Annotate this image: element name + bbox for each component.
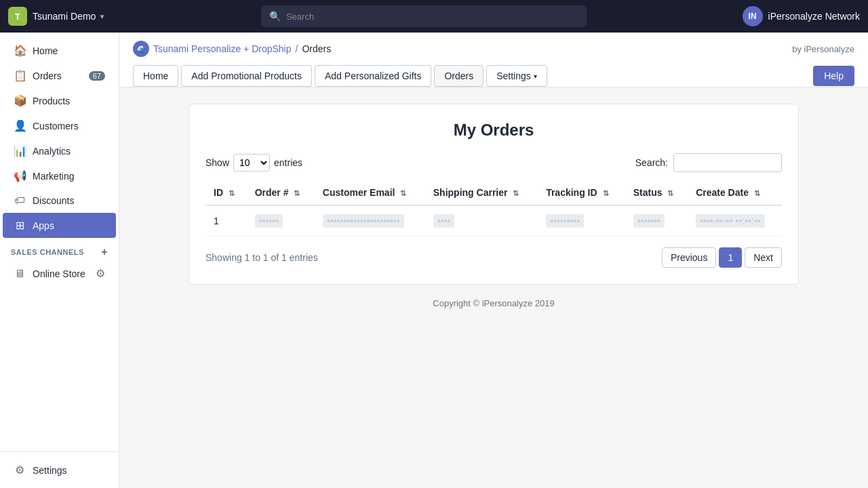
settings-nav-label: Settings xyxy=(496,70,531,81)
search-icon: 🔍 xyxy=(269,11,281,22)
sales-channels-section: SALES CHANNELS + xyxy=(0,238,119,261)
sort-status-icon: ⇅ xyxy=(667,189,673,197)
products-icon: 📦 xyxy=(14,94,26,107)
sort-email-icon: ⇅ xyxy=(400,189,406,197)
sidebar-bottom: ⚙ Settings xyxy=(0,451,119,488)
orders-card: My Orders Show 10 25 50 100 entries Sea xyxy=(189,104,799,285)
nav-add-promotional-button[interactable]: Add Promotional Products xyxy=(181,65,312,87)
sidebar-label-marketing: Marketing xyxy=(33,171,74,182)
sidebar-item-products[interactable]: 📦 Products xyxy=(3,88,116,113)
col-status[interactable]: Status ⇅ xyxy=(625,180,688,205)
by-label: by iPersonalyze xyxy=(792,44,854,54)
search-bar[interactable]: 🔍 xyxy=(261,5,587,27)
col-id[interactable]: ID ⇅ xyxy=(205,180,247,205)
sales-channels-label: SALES CHANNELS xyxy=(11,248,84,256)
orders-icon: 📋 xyxy=(14,69,26,82)
customers-icon: 👤 xyxy=(14,119,26,132)
sidebar-label-analytics: Analytics xyxy=(33,146,71,157)
orders-table: ID ⇅ Order # ⇅ Customer Email ⇅ xyxy=(205,180,782,237)
previous-button[interactable]: Previous xyxy=(662,247,716,268)
sidebar-item-marketing[interactable]: 📢 Marketing xyxy=(3,163,116,188)
page-1-button[interactable]: 1 xyxy=(719,247,742,268)
nav-home-button[interactable]: Home xyxy=(133,65,178,87)
main-content: 🌊 Tsunami Personalize + DropShip / Order… xyxy=(119,33,868,488)
settings-dropdown-icon: ▾ xyxy=(534,73,537,80)
sort-date-icon: ⇅ xyxy=(754,189,760,197)
avatar: IN xyxy=(743,6,763,26)
sidebar-label-settings: Settings xyxy=(33,465,67,476)
sidebar-item-customers[interactable]: 👤 Customers xyxy=(3,113,116,138)
entries-label: entries xyxy=(274,157,302,168)
breadcrumb-app-name: Tsunami Personalize + DropShip xyxy=(153,43,292,54)
discounts-icon: 🏷 xyxy=(14,195,26,207)
analytics-icon: 📊 xyxy=(14,144,26,157)
cell-date: ••••-••-•• ••:••:•• xyxy=(688,205,782,237)
breadcrumb-separator: / xyxy=(296,43,298,54)
sidebar-item-settings[interactable]: ⚙ Settings xyxy=(3,458,116,483)
sidebar-item-home[interactable]: 🏠 Home xyxy=(3,38,116,63)
sidebar-label-online-store: Online Store xyxy=(33,268,85,279)
home-icon: 🏠 xyxy=(14,44,26,57)
copyright: Copyright © iPersonalyze 2019 xyxy=(136,285,852,322)
app-nav: Home Add Promotional Products Add Person… xyxy=(133,65,547,87)
breadcrumb: 🌊 Tsunami Personalize + DropShip / Order… xyxy=(133,41,331,57)
help-button[interactable]: Help xyxy=(813,66,854,86)
sidebar-label-discounts: Discounts xyxy=(33,195,74,206)
apps-icon: ⊞ xyxy=(14,219,26,232)
sort-order-icon: ⇅ xyxy=(294,189,300,197)
sidebar-label-products: Products xyxy=(33,96,70,106)
orders-title: My Orders xyxy=(205,121,782,140)
sidebar-item-online-store[interactable]: 🖥 Online Store ⚙ xyxy=(3,261,116,286)
app-header-top: 🌊 Tsunami Personalize + DropShip / Order… xyxy=(133,41,854,57)
app-header: 🌊 Tsunami Personalize + DropShip / Order… xyxy=(119,33,868,87)
col-carrier[interactable]: Shipping Carrier ⇅ xyxy=(425,180,538,205)
showing-text: Showing 1 to 1 of 1 entries xyxy=(205,252,318,263)
col-order-num[interactable]: Order # ⇅ xyxy=(247,180,315,205)
marketing-icon: 📢 xyxy=(14,169,26,182)
chevron-down-icon: ▼ xyxy=(98,13,105,20)
shop-icon: T xyxy=(8,7,27,26)
online-store-icon: 🖥 xyxy=(14,268,26,280)
table-controls: Show 10 25 50 100 entries Search: xyxy=(205,153,782,172)
table-footer: Showing 1 to 1 of 1 entries Previous 1 N… xyxy=(205,247,782,268)
cell-tracking: ••••••••• xyxy=(538,205,625,237)
top-nav: T Tsunami Demo ▼ 🔍 IN iPersonalyze Netwo… xyxy=(0,0,868,33)
top-nav-left: T Tsunami Demo ▼ xyxy=(8,7,105,26)
nav-add-personalized-button[interactable]: Add Personalized Gifts xyxy=(315,65,431,87)
shop-name-dropdown[interactable]: Tsunami Demo ▼ xyxy=(33,11,105,22)
sidebar-label-orders: Orders xyxy=(33,70,62,81)
nav-settings-button[interactable]: Settings ▾ xyxy=(486,65,547,87)
sort-carrier-icon: ⇅ xyxy=(513,189,519,197)
online-store-settings-icon[interactable]: ⚙ xyxy=(96,267,105,280)
next-button[interactable]: Next xyxy=(745,247,782,268)
settings-icon: ⚙ xyxy=(14,464,26,476)
sidebar-label-home: Home xyxy=(33,45,58,56)
col-date[interactable]: Create Date ⇅ xyxy=(688,180,782,205)
nav-orders-button[interactable]: Orders xyxy=(434,65,484,87)
sidebar: 🏠 Home 📋 Orders 67 📦 Products 👤 Customer… xyxy=(0,33,119,488)
cell-email: •••••••••••••••••••••• xyxy=(315,205,425,237)
sidebar-item-orders[interactable]: 📋 Orders 67 xyxy=(3,63,116,88)
cell-order-num: •••••• xyxy=(247,205,315,237)
breadcrumb-page: Orders xyxy=(302,43,331,54)
layout: 🏠 Home 📋 Orders 67 📦 Products 👤 Customer… xyxy=(0,33,868,488)
sidebar-item-analytics[interactable]: 📊 Analytics xyxy=(3,138,116,163)
sidebar-item-apps[interactable]: ⊞ Apps xyxy=(3,213,116,238)
cell-status: ••••••• xyxy=(625,205,688,237)
sort-id-icon: ⇅ xyxy=(229,189,235,197)
search-input[interactable] xyxy=(286,12,578,22)
table-search-input[interactable] xyxy=(673,153,782,172)
pagination: Previous 1 Next xyxy=(662,247,782,268)
col-email[interactable]: Customer Email ⇅ xyxy=(315,180,425,205)
entries-select[interactable]: 10 25 50 100 xyxy=(233,154,270,171)
orders-badge: 67 xyxy=(89,71,105,81)
sort-tracking-icon: ⇅ xyxy=(603,189,609,197)
add-sales-channel-button[interactable]: + xyxy=(101,246,108,258)
sidebar-item-discounts[interactable]: 🏷 Discounts xyxy=(3,188,116,213)
sidebar-label-customers: Customers xyxy=(33,121,79,131)
sidebar-label-apps: Apps xyxy=(33,220,54,231)
cell-id: 1 xyxy=(205,205,247,237)
col-tracking[interactable]: Tracking ID ⇅ xyxy=(538,180,625,205)
orders-content: My Orders Show 10 25 50 100 entries Sea xyxy=(119,87,868,338)
search-label: Search: xyxy=(635,157,668,168)
